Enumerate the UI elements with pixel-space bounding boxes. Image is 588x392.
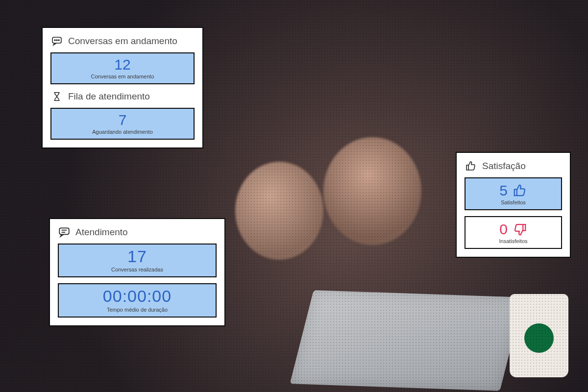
metric-value: 0	[469, 221, 557, 237]
card-conversas: Conversas em andamento 12 Conversas em a…	[42, 27, 203, 148]
metric-value: 7	[55, 112, 190, 128]
metric-tempo-medio: 00:00:00 Tempo médio de duração	[58, 283, 217, 317]
metric-label: Insatisfeitos	[469, 238, 557, 244]
metric-value: 12	[55, 56, 190, 73]
card-title: Fila de atendimento	[68, 91, 150, 102]
card-header-fila: Fila de atendimento	[50, 90, 195, 103]
card-title: Conversas em andamento	[68, 36, 177, 47]
metric-fila-atendimento: 7 Aguardando atendimento	[50, 108, 195, 140]
bg-shape	[323, 137, 421, 245]
metric-value: 5	[469, 182, 557, 198]
svg-rect-4	[59, 228, 69, 234]
thumbs-up-icon	[465, 160, 477, 172]
bg-laptop	[290, 290, 524, 391]
hourglass-icon	[50, 90, 63, 103]
svg-point-1	[54, 40, 55, 41]
card-header-atendimento: Atendimento	[58, 226, 217, 239]
metric-conversas-andamento: 12 Conversas em andamento	[50, 52, 195, 84]
card-title: Satisfação	[482, 161, 526, 172]
metric-satisfeitos: 5 Satisfeitos	[465, 177, 562, 210]
metric-value: 00:00:00	[63, 287, 212, 305]
dashboard-hero: Conversas em andamento 12 Conversas em a…	[0, 0, 588, 392]
card-satisfacao: Satisfação 5 Satisfeitos 0	[456, 152, 571, 258]
bg-shape	[235, 162, 323, 260]
metric-number: 0	[499, 221, 508, 237]
metric-insatisfeitos: 0 Insatisfeitos	[465, 216, 562, 249]
metric-conversas-realizadas: 17 Conversas realizadas	[58, 244, 217, 277]
chat-lines-icon	[58, 226, 71, 239]
metric-value: 17	[63, 247, 212, 266]
metric-label: Tempo médio de duração	[63, 307, 212, 313]
thumbs-up-icon	[513, 183, 527, 198]
metric-label: Conversas em andamento	[55, 74, 190, 79]
card-header-conversas: Conversas em andamento	[50, 35, 195, 48]
thumbs-down-icon	[513, 222, 527, 237]
chat-bubble-icon	[50, 35, 63, 48]
svg-point-3	[58, 40, 59, 41]
card-atendimento: Atendimento 17 Conversas realizadas 00:0…	[49, 218, 225, 326]
metric-label: Aguardando atendimento	[55, 129, 190, 135]
card-title: Atendimento	[75, 227, 128, 238]
metric-number: 5	[499, 182, 508, 198]
bg-coffee-cup	[510, 294, 568, 377]
card-header-satisfacao: Satisfação	[465, 160, 562, 172]
metric-label: Conversas realizadas	[63, 267, 212, 272]
svg-point-2	[56, 40, 57, 41]
metric-label: Satisfeitos	[469, 199, 557, 205]
